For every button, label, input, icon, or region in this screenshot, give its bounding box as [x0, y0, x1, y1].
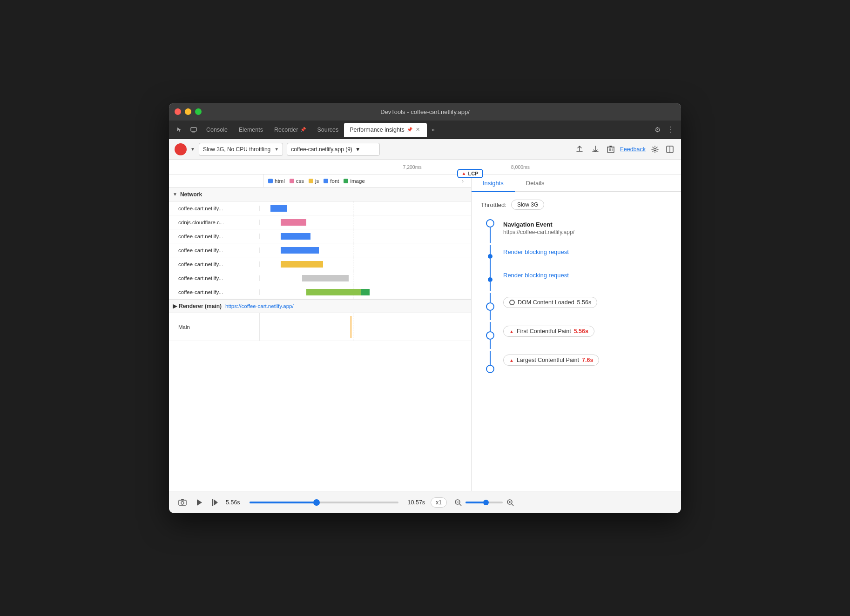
- zoom-out-icon[interactable]: [452, 497, 464, 508]
- legend-js: js: [309, 178, 319, 184]
- tab-sources[interactable]: Sources: [311, 123, 344, 137]
- network-row[interactable]: coffee-cart.netlify...: [169, 229, 471, 243]
- close-button[interactable]: [175, 108, 181, 115]
- legend-font: font: [324, 178, 339, 184]
- event-content-nav: Navigation Event https://coffee-cart.net…: [499, 219, 672, 243]
- upload-icon[interactable]: [573, 143, 586, 155]
- zoom-track[interactable]: [465, 502, 503, 503]
- zoom-in-icon[interactable]: [505, 497, 516, 508]
- settings-gear-icon[interactable]: ⚙: [651, 124, 664, 136]
- bar-css: [281, 219, 306, 226]
- network-row[interactable]: coffee-cart.netlify...: [169, 243, 471, 257]
- network-throttle-select[interactable]: Slow 3G, No CPU throttling ▼: [199, 143, 283, 156]
- timeline-scrubber[interactable]: [250, 502, 398, 503]
- event-line-fcp: [481, 322, 499, 349]
- svg-rect-0: [191, 127, 196, 131]
- network-row-label: coffee-cart.netlify...: [169, 289, 260, 295]
- dashed-vertical-line: [353, 201, 353, 215]
- insights-tabs: Insights Details: [472, 174, 681, 192]
- legend-spacer: [173, 174, 263, 187]
- more-tabs-button[interactable]: »: [429, 124, 438, 135]
- throttle-badge: Slow 3G: [511, 200, 544, 210]
- renderer-link[interactable]: https://coffee-cart.netlify.app/: [225, 303, 294, 309]
- event-dot-rb1: [488, 254, 492, 259]
- scrubber-thumb[interactable]: [313, 499, 320, 506]
- more-options-icon[interactable]: ⋮: [664, 123, 677, 136]
- main-row-label: Main: [169, 313, 260, 341]
- network-row[interactable]: cdnjs.cloudflare.c...: [169, 215, 471, 229]
- fcp-time: 5.56s: [574, 328, 588, 335]
- svg-point-6: [654, 148, 656, 150]
- network-row-label: coffee-cart.netlify...: [169, 234, 260, 239]
- vert-line-3a: [490, 268, 491, 277]
- render-block-link-1[interactable]: Render blocking request: [503, 248, 569, 255]
- network-row-bar: [260, 229, 471, 243]
- network-rows: ▼ Network coffee-cart.netlify... cdnjs.c…: [169, 187, 471, 491]
- tab-details[interactable]: Details: [515, 174, 556, 192]
- renderer-section-header[interactable]: ▶ Renderer (main) https://coffee-cart.ne…: [169, 299, 471, 313]
- network-row-label: coffee-cart.netlify...: [169, 261, 260, 267]
- network-row[interactable]: coffee-cart.netlify...: [169, 201, 471, 215]
- main-row-bar: [260, 313, 471, 341]
- renderer-expand-arrow: ▶: [173, 303, 177, 309]
- screenshot-icon[interactable]: [176, 497, 189, 508]
- settings-icon[interactable]: [649, 144, 661, 155]
- svg-point-10: [181, 502, 184, 504]
- event-content-lcp: ▲ Largest Contentful Paint 7.6s: [499, 351, 672, 373]
- event-line-rb1: [481, 245, 499, 268]
- cursor-icon[interactable]: [173, 123, 187, 137]
- vert-line-4b: [490, 311, 491, 320]
- tab-recorder[interactable]: Recorder 📌: [269, 123, 311, 137]
- download-icon[interactable]: [589, 143, 601, 155]
- url-select[interactable]: coffee-cart.netlify.app (9) ▼: [287, 143, 380, 156]
- svg-marker-14: [214, 499, 218, 506]
- ruler-mark-8000: 8,000ms: [511, 164, 530, 170]
- event-content-dom: DOM Content Loaded 5.56s: [499, 293, 672, 320]
- network-section-header[interactable]: ▼ Network: [169, 187, 471, 201]
- zoom-slider[interactable]: [452, 497, 516, 508]
- event-content-fcp: ▲ First Contentful Paint 5.56s: [499, 322, 672, 349]
- tab-close-icon[interactable]: ✕: [415, 127, 421, 133]
- collapse-panel-icon[interactable]: ›: [462, 178, 467, 184]
- scrubber-fill: [250, 502, 317, 503]
- tab-console[interactable]: Console: [201, 123, 233, 137]
- feedback-link[interactable]: Feedback: [620, 146, 646, 153]
- svg-line-21: [512, 504, 513, 506]
- tab-performance-insights[interactable]: Performance insights 📌 ✕: [344, 123, 426, 137]
- dashed-vertical-line: [353, 229, 353, 243]
- render-block-link-2[interactable]: Render blocking request: [503, 272, 569, 279]
- main-row: Main: [169, 313, 471, 341]
- event-render-block-2: Render blocking request: [481, 268, 672, 291]
- trash-icon[interactable]: [605, 143, 616, 155]
- tab-elements[interactable]: Elements: [233, 123, 269, 137]
- record-dropdown-arrow[interactable]: ▼: [190, 147, 195, 152]
- zoom-level-select[interactable]: x1: [431, 497, 447, 508]
- maximize-button[interactable]: [195, 108, 202, 115]
- network-collapse-arrow: ▼: [173, 192, 177, 197]
- minimize-button[interactable]: [185, 108, 191, 115]
- legend-html: html: [268, 178, 285, 184]
- event-lcp: ▲ Largest Contentful Paint 7.6s: [481, 351, 672, 373]
- event-circle-lcp: [486, 365, 494, 373]
- svg-rect-11: [181, 499, 184, 500]
- network-row[interactable]: coffee-cart.netlify...: [169, 257, 471, 271]
- nav-event-title: Navigation Event: [503, 221, 672, 228]
- fcp-triangle-icon: ▲: [509, 329, 514, 334]
- bar-html2: [281, 233, 310, 240]
- image-color-dot: [344, 179, 348, 183]
- url-select-arrow: ▼: [355, 146, 361, 153]
- bar-html3: [281, 247, 319, 254]
- start-icon[interactable]: [210, 497, 220, 508]
- event-dot-rb2: [488, 277, 492, 282]
- network-row[interactable]: coffee-cart.netlify...: [169, 285, 471, 299]
- legend-css: css: [290, 178, 304, 184]
- dock-icon[interactable]: [664, 144, 675, 155]
- play-icon[interactable]: [194, 497, 204, 508]
- toolbar: ▼ Slow 3G, No CPU throttling ▼ coffee-ca…: [169, 139, 681, 160]
- record-button[interactable]: [175, 143, 187, 155]
- dashed-vertical-line: [353, 271, 353, 285]
- network-row[interactable]: coffee-cart.netlify...: [169, 271, 471, 285]
- zoom-thumb[interactable]: [483, 500, 489, 505]
- content-area: html css js font: [169, 174, 681, 491]
- device-icon[interactable]: [187, 123, 201, 137]
